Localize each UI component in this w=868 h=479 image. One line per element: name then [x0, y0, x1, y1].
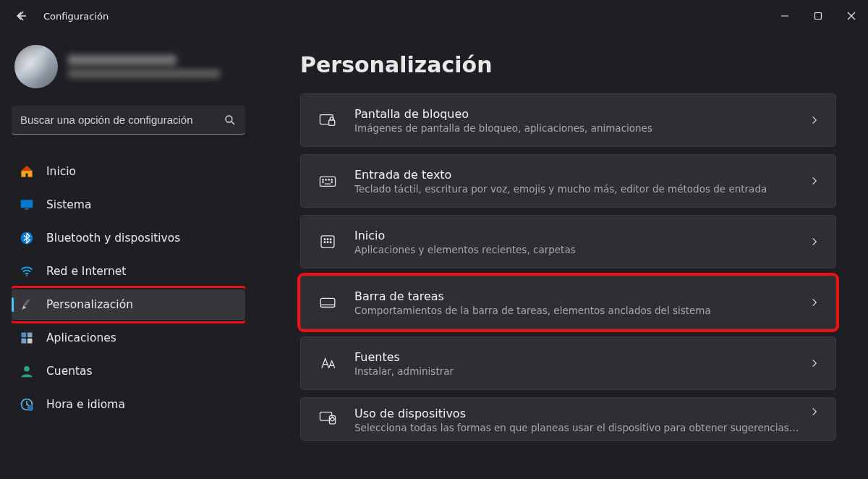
start-grid-icon — [317, 231, 339, 253]
svg-rect-2 — [21, 200, 33, 208]
chevron-right-icon — [809, 237, 820, 247]
svg-rect-0 — [815, 13, 822, 20]
fonts-icon — [317, 352, 339, 374]
device-usage-icon — [317, 407, 339, 428]
lockscreen-icon — [317, 109, 339, 131]
chevron-right-icon — [809, 297, 820, 308]
svg-point-19 — [328, 179, 329, 180]
home-icon — [19, 164, 35, 179]
clock-globe-icon — [19, 397, 35, 412]
arrow-left-icon — [15, 9, 28, 22]
profile-block[interactable] — [12, 41, 245, 101]
sidebar-item-label: Bluetooth y dispositivos — [46, 232, 180, 245]
profile-text — [68, 55, 220, 78]
sidebar-item-bluetooth[interactable]: Bluetooth y dispositivos — [12, 223, 245, 253]
card-entrada-de-texto[interactable]: Entrada de texto Teclado táctil, escritu… — [300, 154, 836, 208]
card-subtitle: Selecciona todas las formas en que plane… — [354, 422, 801, 433]
sidebar-item-label: Cuentas — [46, 365, 93, 378]
svg-point-26 — [327, 239, 328, 240]
card-subtitle: Aplicaciones y elementos recientes, carp… — [354, 244, 801, 255]
svg-point-29 — [327, 242, 328, 243]
card-subtitle: Comportamientos de la barra de tareas, e… — [354, 305, 801, 316]
sidebar-item-label: Personalización — [46, 298, 133, 311]
monitor-icon — [19, 197, 35, 213]
minimize-button[interactable] — [768, 0, 801, 32]
search-input[interactable] — [20, 114, 224, 126]
svg-point-18 — [326, 179, 326, 180]
sidebar-item-personalizacion[interactable]: Personalización — [12, 289, 245, 320]
svg-rect-7 — [22, 333, 27, 338]
search-icon — [224, 114, 237, 127]
sidebar-item-sistema[interactable]: Sistema — [12, 190, 245, 220]
svg-rect-10 — [27, 339, 33, 344]
close-icon — [847, 12, 856, 20]
apps-icon — [19, 330, 35, 346]
minimize-icon — [780, 12, 789, 20]
card-barra-de-tareas[interactable]: Barra de tareas Comportamientos de la ba… — [300, 276, 836, 329]
sidebar-item-label: Inicio — [46, 165, 76, 178]
svg-point-27 — [330, 239, 331, 240]
paintbrush-icon — [19, 297, 35, 313]
sidebar-item-hora[interactable]: Hora e idioma — [12, 389, 245, 420]
svg-point-28 — [324, 242, 326, 243]
sidebar-item-label: Hora e idioma — [46, 398, 125, 411]
svg-point-1 — [226, 116, 232, 122]
chevron-right-icon — [809, 176, 820, 186]
svg-rect-31 — [320, 298, 335, 307]
sidebar-item-label: Sistema — [46, 198, 91, 211]
sidebar-item-inicio[interactable]: Inicio — [12, 156, 245, 187]
card-pantalla-de-bloqueo[interactable]: Pantalla de bloqueo Imágenes de pantalla… — [300, 93, 836, 147]
chevron-right-icon — [809, 358, 820, 368]
titlebar: Configuración — [0, 0, 868, 32]
main-content: Personalización Pantalla de bloqueo Imág… — [257, 32, 868, 479]
svg-point-17 — [323, 179, 323, 180]
window-title: Configuración — [43, 11, 109, 22]
svg-point-13 — [27, 405, 33, 411]
keyboard-icon — [317, 170, 339, 192]
taskbar-icon — [317, 292, 339, 313]
maximize-icon — [814, 12, 822, 20]
page-title: Personalización — [300, 52, 836, 77]
search-box[interactable] — [12, 106, 245, 135]
maximize-button[interactable] — [801, 0, 835, 32]
person-icon — [19, 363, 35, 379]
svg-point-11 — [24, 366, 30, 372]
svg-point-22 — [331, 182, 332, 182]
settings-card-list: Pantalla de bloqueo Imágenes de pantalla… — [300, 93, 836, 441]
window-controls — [768, 0, 868, 32]
card-subtitle: Imágenes de pantalla de bloqueo, aplicac… — [354, 122, 801, 134]
sidebar-item-label: Aplicaciones — [46, 331, 116, 344]
svg-point-25 — [324, 239, 326, 240]
card-title: Fuentes — [354, 350, 801, 364]
svg-point-20 — [331, 179, 332, 180]
sidebar-item-cuentas[interactable]: Cuentas — [12, 356, 245, 386]
card-title: Uso de dispositivos — [354, 407, 801, 420]
avatar — [14, 45, 58, 88]
close-button[interactable] — [835, 0, 868, 32]
wifi-icon — [19, 263, 35, 279]
nav-list: Inicio Sistema Bluetooth y dispositivos … — [12, 156, 245, 420]
sidebar-item-aplicaciones[interactable]: Aplicaciones — [12, 323, 245, 353]
svg-rect-6 — [23, 299, 30, 306]
card-title: Inicio — [354, 229, 801, 242]
card-title: Pantalla de bloqueo — [354, 107, 801, 121]
svg-point-30 — [330, 242, 331, 243]
card-title: Barra de tareas — [354, 289, 801, 303]
card-inicio[interactable]: Inicio Aplicaciones y elementos reciente… — [300, 215, 836, 268]
svg-point-5 — [26, 275, 27, 276]
card-fuentes[interactable]: Fuentes Instalar, administrar — [300, 336, 836, 390]
svg-rect-15 — [329, 120, 335, 125]
card-title: Entrada de texto — [354, 168, 801, 182]
chevron-right-icon — [809, 407, 820, 417]
chevron-right-icon — [809, 115, 820, 125]
back-button[interactable] — [9, 3, 35, 29]
card-uso-de-dispositivos[interactable]: Uso de dispositivos Selecciona todas las… — [300, 397, 836, 441]
bluetooth-icon — [19, 230, 35, 246]
sidebar-item-red[interactable]: Red e Internet — [12, 256, 245, 287]
svg-rect-8 — [27, 333, 33, 338]
card-subtitle: Teclado táctil, escritura por voz, emoji… — [354, 183, 801, 195]
card-subtitle: Instalar, administrar — [354, 365, 801, 377]
svg-rect-3 — [25, 208, 29, 210]
sidebar: Inicio Sistema Bluetooth y dispositivos … — [0, 32, 257, 479]
svg-rect-9 — [22, 339, 27, 344]
